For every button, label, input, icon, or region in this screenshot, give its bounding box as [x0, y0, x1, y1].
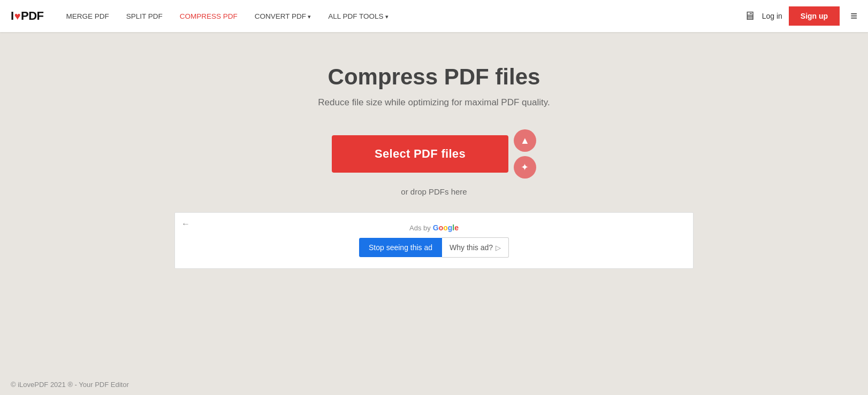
page-title: Compress PDF files — [328, 64, 540, 90]
main-content: Compress PDF files Reduce file size whil… — [0, 32, 868, 290]
nav-merge-pdf[interactable]: MERGE PDF — [60, 8, 116, 25]
why-ad-icon: ▷ — [496, 244, 501, 252]
ad-buttons: Stop seeing this ad Why this ad? ▷ — [359, 237, 509, 258]
page-subtitle: Reduce file size while optimizing for ma… — [318, 97, 550, 108]
dropbox-icon: ✦ — [521, 161, 529, 173]
logo-heart: ♥ — [14, 10, 20, 22]
navbar: I♥PDF MERGE PDF SPLIT PDF COMPRESS PDF C… — [0, 0, 868, 32]
upload-row: Select PDF files ▲ ✦ — [332, 129, 536, 179]
ads-by-label: Ads by — [409, 224, 431, 232]
desktop-icon[interactable]: 🖥 — [744, 9, 756, 23]
logo[interactable]: I♥PDF — [11, 9, 44, 23]
stop-seeing-ad-button[interactable]: Stop seeing this ad — [359, 238, 442, 257]
hamburger-icon[interactable]: ≡ — [850, 9, 857, 23]
select-pdf-button[interactable]: Select PDF files — [332, 135, 508, 173]
nav-right: 🖥 Log in Sign up ≡ — [744, 6, 857, 26]
cloud-buttons: ▲ ✦ — [514, 129, 536, 179]
nav-split-pdf[interactable]: SPLIT PDF — [120, 8, 169, 25]
nav-compress-pdf[interactable]: COMPRESS PDF — [173, 8, 244, 25]
why-ad-label: Why this ad? — [450, 243, 493, 252]
nav-convert-pdf[interactable]: CONVERT PDF — [248, 8, 317, 25]
google-label: Google — [433, 223, 459, 232]
google-drive-button[interactable]: ▲ — [514, 129, 536, 152]
ads-by-google: Ads by Google — [409, 223, 459, 232]
nav-links: MERGE PDF SPLIT PDF COMPRESS PDF CONVERT… — [60, 8, 744, 25]
dropbox-button[interactable]: ✦ — [514, 156, 536, 179]
ad-container: ← Ads by Google Stop seeing this ad Why … — [174, 212, 694, 269]
logo-i: I — [11, 9, 14, 23]
login-link[interactable]: Log in — [762, 12, 782, 20]
nav-all-pdf-tools[interactable]: ALL PDF TOOLS — [322, 8, 394, 25]
signup-button[interactable]: Sign up — [789, 6, 840, 26]
ad-back-arrow[interactable]: ← — [181, 219, 190, 229]
google-drive-icon: ▲ — [520, 135, 530, 146]
footer: © iLovePDF 2021 ® - Your PDF Editor — [0, 374, 868, 395]
why-this-ad-button[interactable]: Why this ad? ▷ — [442, 237, 509, 258]
drop-text: or drop PDFs here — [401, 187, 467, 196]
logo-pdf: PDF — [21, 9, 44, 23]
footer-text: © iLovePDF 2021 ® - Your PDF Editor — [11, 381, 129, 389]
